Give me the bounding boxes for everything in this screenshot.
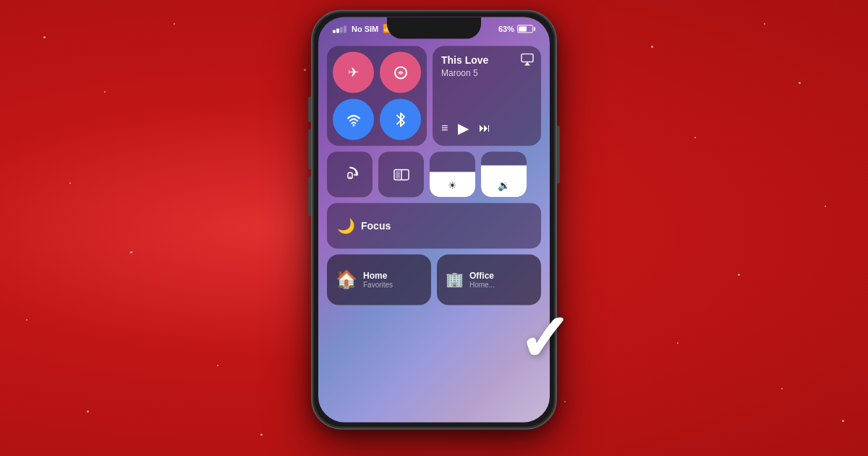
status-right: 63% xyxy=(498,25,535,33)
home-label-sub-0: Favorites xyxy=(363,281,393,289)
media-title: This Love xyxy=(441,54,532,67)
focus-button[interactable]: 🌙 Focus xyxy=(327,203,541,248)
screen-rotation-button[interactable] xyxy=(327,151,373,197)
battery-icon xyxy=(517,25,535,33)
cellular-button[interactable] xyxy=(380,51,421,93)
volume-down-button[interactable] xyxy=(308,176,311,216)
media-artist: Maroon 5 xyxy=(441,68,532,78)
phone-frame: No SIM 📶 63% xyxy=(311,9,557,429)
middle-row: ☀ 🔉 xyxy=(327,151,541,197)
svg-rect-6 xyxy=(396,171,400,178)
signal-dot-2 xyxy=(336,28,339,33)
home-tile-labels-1: Office Home... xyxy=(469,271,495,289)
home-label-sub-1: Home... xyxy=(469,281,495,289)
media-tile[interactable]: This Love Maroon 5 ≡ ▶ ⏭ xyxy=(433,46,541,145)
control-center: ✈ xyxy=(327,46,541,413)
carrier-label: No SIM xyxy=(352,25,378,33)
bluetooth-icon xyxy=(395,111,407,127)
home-icon-1: 🏢 xyxy=(446,271,464,288)
connectivity-tile: ✈ xyxy=(327,46,427,145)
home-tile-0[interactable]: 🏠 Home Favorites xyxy=(327,254,431,305)
menu-icon[interactable]: ≡ xyxy=(441,122,448,135)
volume-icon: 🔉 xyxy=(498,180,510,191)
skip-forward-button[interactable]: ⏭ xyxy=(479,122,490,135)
bluetooth-button[interactable] xyxy=(380,98,421,140)
airplay-svg xyxy=(521,53,534,66)
battery-tip xyxy=(534,27,535,30)
volume-up-button[interactable] xyxy=(308,129,311,169)
signal-dot-1 xyxy=(333,30,336,33)
airplay-icon[interactable] xyxy=(521,53,534,69)
mute-button[interactable] xyxy=(308,96,311,122)
top-row: ✈ xyxy=(327,46,541,145)
battery-fill xyxy=(519,26,527,31)
signal-dot-4 xyxy=(344,25,346,33)
status-left: No SIM 📶 xyxy=(333,24,393,33)
play-button[interactable]: ▶ xyxy=(458,119,469,137)
wifi-icon xyxy=(346,111,362,127)
home-row: 🏠 Home Favorites 🏢 Office Home... xyxy=(327,254,541,305)
battery-percent-label: 63% xyxy=(498,25,514,33)
cellular-icon xyxy=(393,65,408,80)
brightness-icon: ☀ xyxy=(448,180,457,191)
svg-point-1 xyxy=(352,124,354,126)
airplane-mode-button[interactable]: ✈ xyxy=(333,51,374,93)
media-controls: ≡ ▶ ⏭ xyxy=(441,119,532,137)
phone-wrapper: No SIM 📶 63% xyxy=(311,9,557,429)
power-button[interactable] xyxy=(557,125,560,183)
signal-dot-3 xyxy=(340,27,343,33)
svg-rect-2 xyxy=(522,54,533,62)
media-info: This Love Maroon 5 xyxy=(441,54,532,119)
wifi-button[interactable] xyxy=(333,98,374,140)
screen-mirror-button[interactable] xyxy=(378,151,424,197)
home-tile-labels-0: Home Favorites xyxy=(363,271,393,289)
signal-dots xyxy=(333,25,346,33)
focus-row: 🌙 Focus xyxy=(327,203,541,248)
home-label-main-0: Home xyxy=(363,271,393,281)
battery-body xyxy=(517,25,533,33)
volume-slider[interactable]: 🔉 xyxy=(481,151,527,197)
rotation-lock-icon xyxy=(341,166,359,183)
phone-screen: No SIM 📶 63% xyxy=(318,17,550,422)
moon-icon: 🌙 xyxy=(337,217,355,235)
brightness-slider[interactable]: ☀ xyxy=(430,151,475,197)
screen-mirror-icon xyxy=(393,166,410,183)
home-tile-1[interactable]: 🏢 Office Home... xyxy=(437,254,541,305)
home-icon-0: 🏠 xyxy=(336,269,357,290)
home-label-main-1: Office xyxy=(469,271,495,281)
notch xyxy=(387,17,481,38)
focus-label: Focus xyxy=(361,220,391,232)
